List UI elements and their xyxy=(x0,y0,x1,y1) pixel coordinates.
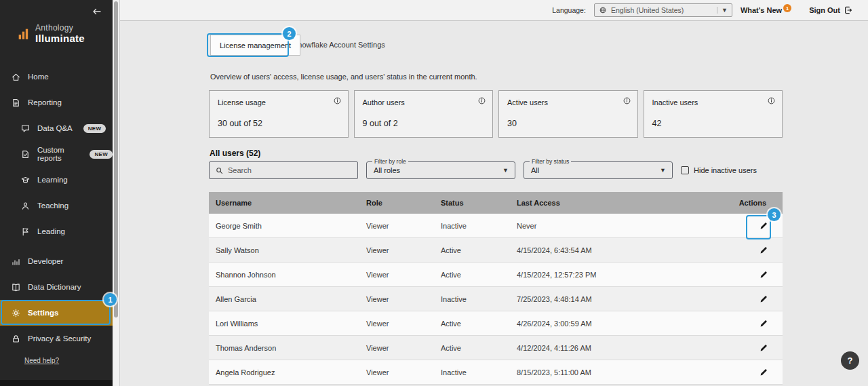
sidebar-item-home[interactable]: Home xyxy=(0,64,113,90)
filter-role-value: All roles xyxy=(374,166,400,174)
pencil-icon xyxy=(759,343,768,353)
reporting-icon xyxy=(11,98,21,108)
stat-card-inactive-users: Inactive users 42 xyxy=(644,90,783,138)
sidebar-item-reporting[interactable]: Reporting xyxy=(0,90,113,115)
user-row-george-smith: George Smith Viewer Inactive Never xyxy=(209,214,783,238)
sidebar-item-teaching[interactable]: Teaching xyxy=(0,193,113,218)
teaching-icon xyxy=(20,201,31,211)
sign-out-icon xyxy=(844,5,853,15)
users-table: Username Role Status Last Access Actions… xyxy=(209,192,783,385)
stat-card-author-users: Author users 9 out of 2 xyxy=(354,90,494,138)
stat-card-active-users: Active users 30 xyxy=(498,90,638,138)
user-row-thomas-anderson: Thomas Anderson Viewer Active 4/12/2024,… xyxy=(209,336,783,360)
sidebar-item-leading[interactable]: Leading xyxy=(0,218,113,244)
stat-cards: License usage 30 out of 52 Author users … xyxy=(209,90,783,138)
sidebar-item-data-q-a[interactable]: Data Q&A NEW xyxy=(0,115,113,141)
pencil-icon xyxy=(759,294,768,304)
annotation-step-1: 1 xyxy=(104,293,117,306)
filter-by-role-select[interactable]: Filter by role All roles ▼ xyxy=(366,161,515,179)
pencil-icon xyxy=(759,368,768,377)
sidebar-item-privacy-security[interactable]: Privacy & Security xyxy=(0,326,113,351)
edit-user-button[interactable] xyxy=(754,265,773,284)
filter-status-value: All xyxy=(531,166,539,174)
privacy-icon xyxy=(11,334,21,344)
user-row-sally-watson: Sally Watson Viewer Active 4/15/2024, 6:… xyxy=(209,238,783,263)
data-qa-icon xyxy=(20,123,31,134)
filter-role-label: Filter by role xyxy=(372,158,408,165)
header-role: Role xyxy=(366,199,441,207)
user-row-allen-garcia: Allen Garcia Viewer Inactive 7/25/2023, … xyxy=(209,287,783,311)
user-row-angela-rodriguez: Angela Rodriguez Viewer Inactive 8/15/20… xyxy=(209,360,783,385)
search-box xyxy=(209,161,358,179)
edit-user-button[interactable] xyxy=(754,363,773,382)
language-select[interactable]: English (United States) ▼ xyxy=(594,3,732,17)
pencil-icon xyxy=(759,246,768,255)
logo-line2: Illuminate xyxy=(35,33,85,44)
need-help-link[interactable]: Need help? xyxy=(24,357,59,364)
pencil-icon xyxy=(759,319,768,328)
sidebar-nav: Home Reporting Data Q&A NEW Custom repor… xyxy=(0,64,113,351)
hide-inactive-label: Hide inactive users xyxy=(694,166,757,174)
new-badge: NEW xyxy=(83,124,106,133)
settings-content: License management Snowflake Account Set… xyxy=(209,21,783,386)
tab-snowflake-account-settings[interactable]: Snowflake Account Settings xyxy=(293,41,385,49)
globe-icon xyxy=(599,6,607,14)
info-icon[interactable] xyxy=(623,96,631,105)
new-badge: NEW xyxy=(90,150,113,159)
scrollbar-thumb[interactable] xyxy=(114,1,118,317)
chevron-down-icon: ▼ xyxy=(717,7,728,14)
page-description: Overview of users' access, license usage… xyxy=(210,73,477,81)
header-status: Status xyxy=(441,199,517,207)
info-icon[interactable] xyxy=(333,96,342,105)
help-button[interactable]: ? xyxy=(841,351,859,370)
sidebar-item-data-dictionary[interactable]: Data Dictionary xyxy=(0,274,113,300)
all-users-heading: All users (52) xyxy=(210,149,260,158)
user-row-lori-williams: Lori Williams Viewer Active 4/26/2024, 3… xyxy=(209,311,783,336)
topbar: Language: English (United States) ▼ What… xyxy=(120,0,868,21)
sidebar-bottom-strip xyxy=(0,380,113,386)
edit-user-button[interactable] xyxy=(754,241,773,260)
chevron-down-icon: ▼ xyxy=(660,167,666,174)
annotation-step-3: 3 xyxy=(768,208,781,221)
header-actions: Actions xyxy=(724,199,776,207)
anthology-logo-icon xyxy=(18,26,30,42)
chevron-down-icon: ▼ xyxy=(502,167,509,174)
leading-icon xyxy=(20,227,31,237)
settings-icon xyxy=(11,308,21,318)
vertical-scrollbar xyxy=(113,0,120,386)
collapse-sidebar-button[interactable] xyxy=(90,4,104,19)
whats-new-link[interactable]: What's New 1 xyxy=(741,6,791,14)
sidebar-item-custom-reports[interactable]: Custom reports NEW xyxy=(0,141,113,167)
language-label: Language: xyxy=(552,6,586,14)
hide-inactive-checkbox[interactable] xyxy=(681,166,689,174)
sidebar: Anthology Illuminate Home Reporting Data… xyxy=(0,0,113,386)
info-icon[interactable] xyxy=(767,96,776,105)
search-input[interactable] xyxy=(228,166,352,174)
edit-user-button[interactable] xyxy=(754,339,773,358)
header-last-access: Last Access xyxy=(517,199,724,207)
main-area: License management Snowflake Account Set… xyxy=(120,21,868,386)
filter-by-status-select[interactable]: Filter by status All ▼ xyxy=(524,161,673,179)
sidebar-item-developer[interactable]: Developer xyxy=(0,248,113,274)
users-table-body: George Smith Viewer Inactive Never xyxy=(209,214,783,385)
home-icon xyxy=(11,72,21,82)
hide-inactive-users-control: Hide inactive users xyxy=(681,166,757,174)
header-username: Username xyxy=(216,199,366,207)
back-arrow-icon xyxy=(92,6,102,17)
edit-user-button[interactable] xyxy=(754,314,773,333)
users-table-header: Username Role Status Last Access Actions xyxy=(209,192,783,214)
stat-card-license-usage: License usage 30 out of 52 xyxy=(209,90,349,138)
info-icon[interactable] xyxy=(477,96,486,105)
search-icon xyxy=(215,166,224,175)
logo-line1: Anthology xyxy=(35,23,85,33)
pencil-icon xyxy=(759,270,768,279)
learning-icon xyxy=(20,175,31,185)
edit-user-button[interactable] xyxy=(754,290,773,309)
pencil-icon xyxy=(759,221,768,231)
user-row-shannon-johnson: Shannon Johnson Viewer Active 4/15/2024,… xyxy=(209,263,783,287)
annotation-step-2: 2 xyxy=(283,27,296,40)
data-dictionary-icon xyxy=(11,282,21,292)
sidebar-item-learning[interactable]: Learning xyxy=(0,167,113,193)
sidebar-item-settings[interactable]: Settings xyxy=(0,300,113,326)
sign-out-button[interactable]: Sign Out xyxy=(809,5,853,15)
